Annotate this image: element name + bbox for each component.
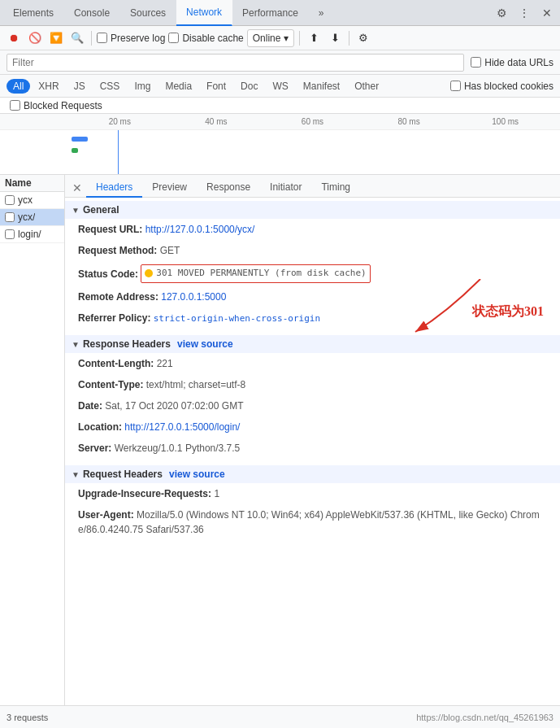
- tab-sources[interactable]: Sources: [120, 0, 176, 26]
- disable-cache-checkbox[interactable]: Disable cache: [168, 33, 243, 44]
- name-column-header: Name: [5, 177, 32, 189]
- request-method-row: Request Method: GET: [78, 240, 547, 261]
- content-length-row: Content-Length: 221: [78, 353, 547, 374]
- close-detail-button[interactable]: ✕: [68, 179, 86, 197]
- request-headers-section: ▼ Request Headers view source Upgrade-In…: [65, 462, 560, 543]
- tick-20ms: 20 ms: [72, 117, 168, 126]
- preserve-log-input[interactable]: [97, 33, 107, 43]
- tick-80ms: 80 ms: [361, 117, 458, 126]
- has-blocked-cookies-label[interactable]: Has blocked cookies: [450, 81, 553, 92]
- tab-performance[interactable]: Performance: [232, 0, 309, 26]
- hide-urls-label[interactable]: Hide data URLs: [471, 57, 553, 68]
- request-item-ycx[interactable]: ycx: [0, 192, 64, 209]
- response-headers-section-header[interactable]: ▼ Response Headers view source: [65, 335, 560, 353]
- request-name-ycx-slash: ycx/: [18, 211, 35, 223]
- disable-cache-label: Disable cache: [182, 33, 243, 44]
- settings-icon[interactable]: ⚙: [492, 3, 511, 23]
- request-checkbox-login[interactable]: [5, 229, 15, 239]
- type-btn-css[interactable]: CSS: [93, 79, 127, 94]
- tab-elements[interactable]: Elements: [3, 0, 64, 26]
- response-headers-section: ▼ Response Headers view source Content-L…: [65, 332, 560, 462]
- request-headers-section-header[interactable]: ▼ Request Headers view source: [65, 465, 560, 483]
- type-btn-manifest[interactable]: Manifest: [297, 79, 346, 94]
- request-headers-view-source[interactable]: view source: [169, 469, 225, 480]
- type-btn-js[interactable]: JS: [67, 79, 92, 94]
- date-value: Sat, 17 Oct 2020 07:02:00 GMT: [105, 400, 243, 412]
- request-headers-title: Request Headers: [83, 469, 163, 480]
- blocked-requests-checkbox[interactable]: [10, 100, 20, 111]
- server-value: Werkzeug/1.0.1 Python/3.7.5: [115, 442, 241, 454]
- type-btn-all[interactable]: All: [7, 79, 30, 94]
- more-icon[interactable]: ⋮: [514, 3, 534, 23]
- upload-icon[interactable]: ⬆: [305, 29, 323, 47]
- content-length-label: Content-Length:: [78, 358, 154, 369]
- type-btn-xhr[interactable]: XHR: [32, 79, 65, 94]
- throttle-dropdown[interactable]: Online ▾: [247, 29, 295, 47]
- upgrade-insecure-value: 1: [214, 488, 219, 499]
- hide-urls-checkbox[interactable]: [471, 57, 481, 68]
- stop-icon[interactable]: 🚫: [26, 29, 44, 47]
- referrer-policy-value: strict-origin-when-cross-origin: [154, 313, 320, 324]
- status-code-row: Status Code: 301 MOVED PERMANENTLY (from…: [78, 261, 547, 286]
- timeline-bar-2: [72, 148, 78, 153]
- has-blocked-cookies-checkbox[interactable]: [450, 81, 461, 91]
- type-btn-doc[interactable]: Doc: [234, 79, 264, 94]
- type-btn-other[interactable]: Other: [348, 79, 385, 94]
- type-btn-font[interactable]: Font: [200, 79, 232, 94]
- online-label: Online: [253, 33, 281, 44]
- response-headers-content: Content-Length: 221 Content-Type: text/h…: [65, 353, 560, 459]
- status-bar: 3 requests https://blog.csdn.net/qq_4526…: [0, 705, 560, 728]
- request-checkbox-ycx-slash[interactable]: [5, 212, 15, 222]
- disable-cache-input[interactable]: [168, 33, 179, 43]
- remote-address-value: 127.0.0.1:5000: [161, 291, 226, 303]
- tab-more-actions: ⚙ ⋮ ✕: [492, 3, 557, 23]
- request-item-ycx-slash[interactable]: ycx/: [0, 209, 64, 226]
- server-row: Server: Werkzeug/1.0.1 Python/3.7.5: [78, 438, 547, 459]
- date-label: Date:: [78, 400, 102, 412]
- general-section: ▼ General Request URL: http://127.0.0.1:…: [65, 198, 560, 332]
- tab-more[interactable]: »: [309, 0, 335, 26]
- filter-bar: Hide data URLs: [0, 50, 560, 75]
- request-item-login[interactable]: login/: [0, 226, 64, 243]
- tab-console[interactable]: Console: [64, 0, 120, 26]
- type-btn-ws[interactable]: WS: [266, 79, 294, 94]
- blocked-requests-label[interactable]: Blocked Requests: [10, 100, 102, 111]
- page-url: https://blog.csdn.net/qq_45261963: [416, 713, 553, 722]
- type-btn-media[interactable]: Media: [158, 79, 198, 94]
- status-code-value: 301 MOVED PERMANENTLY (from disk cache): [156, 267, 366, 281]
- close-icon[interactable]: ✕: [537, 3, 557, 23]
- preserve-log-checkbox[interactable]: Preserve log: [97, 33, 165, 44]
- settings2-icon[interactable]: ⚙: [354, 29, 372, 47]
- tab-headers[interactable]: Headers: [86, 178, 142, 198]
- download-icon[interactable]: ⬇: [326, 29, 344, 47]
- search-icon[interactable]: 🔍: [68, 29, 86, 47]
- request-name-login: login/: [18, 229, 41, 240]
- tab-preview[interactable]: Preview: [142, 178, 197, 198]
- general-arrow: ▼: [72, 206, 80, 215]
- upgrade-insecure-row: Upgrade-Insecure-Requests: 1: [78, 483, 547, 504]
- content-type-row: Content-Type: text/html; charset=utf-8: [78, 374, 547, 395]
- request-list: Name ycx ycx/ login/: [0, 175, 65, 705]
- tick-60ms: 60 ms: [264, 117, 361, 126]
- tab-response[interactable]: Response: [197, 178, 260, 198]
- tab-initiator[interactable]: Initiator: [260, 178, 311, 198]
- record-icon[interactable]: ⏺: [5, 29, 23, 47]
- toolbar: ⏺ 🚫 🔽 🔍 Preserve log Disable cache Onlin…: [0, 26, 560, 50]
- type-btn-img[interactable]: Img: [128, 79, 157, 94]
- filter-input[interactable]: [7, 54, 464, 72]
- remote-address-row: Remote Address: 127.0.0.1:5000: [78, 286, 547, 307]
- filter-icon[interactable]: 🔽: [47, 29, 65, 47]
- request-url-value: http://127.0.0.1:5000/ycx/: [145, 224, 255, 235]
- has-blocked-cookies-text: Has blocked cookies: [464, 81, 553, 92]
- general-section-header[interactable]: ▼ General: [65, 201, 560, 219]
- tab-network[interactable]: Network: [176, 0, 232, 26]
- server-label: Server:: [78, 442, 111, 454]
- status-code-label: Status Code:: [78, 268, 138, 280]
- user-agent-label: User-Agent:: [78, 509, 134, 521]
- tick-40ms: 40 ms: [168, 117, 265, 126]
- request-checkbox-ycx[interactable]: [5, 195, 15, 205]
- tab-timing[interactable]: Timing: [311, 178, 360, 198]
- response-headers-view-source[interactable]: view source: [177, 338, 233, 350]
- response-headers-arrow: ▼: [72, 340, 80, 349]
- remote-address-label: Remote Address:: [78, 291, 158, 303]
